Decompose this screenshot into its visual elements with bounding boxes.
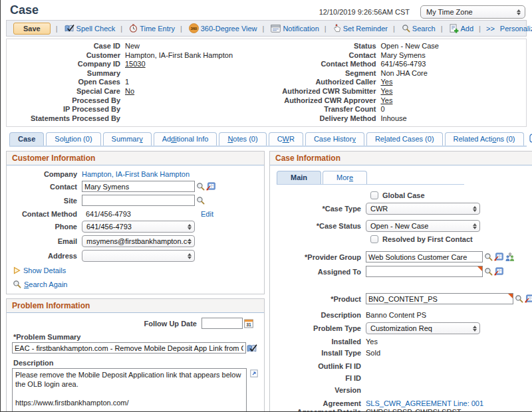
personalize-link[interactable]: Personalize <box>500 25 532 33</box>
email-select[interactable]: msymens@firstbankhampton.cor <box>82 235 195 247</box>
delivery-method-value: Inhouse <box>381 114 407 124</box>
search-icon <box>402 24 410 33</box>
authorized-caller-link[interactable]: Yes <box>381 78 393 87</box>
separator: | <box>263 25 265 33</box>
assigned-to-lookup-icon[interactable] <box>484 267 493 276</box>
spell-check-button[interactable]: Spell Check <box>63 24 116 33</box>
case-status-row: *Case Status Open - New Case <box>275 220 532 232</box>
address-select[interactable] <box>82 250 195 262</box>
timezone-select[interactable]: My Time Zone <box>420 5 525 19</box>
summary-row: Open Cases1 <box>11 78 267 87</box>
time-entry-button[interactable]: Time Entry <box>128 24 175 33</box>
resolved-row: Resolved by First Contact <box>370 235 532 243</box>
tab-related-actions[interactable]: Related Actions (0) <box>445 132 524 146</box>
360-badge-icon: 360 <box>189 23 199 33</box>
tab-case-history[interactable]: Case History <box>305 132 364 146</box>
assigned-to-transfer-icon[interactable] <box>494 267 503 276</box>
svg-text:31: 31 <box>246 322 251 327</box>
summary-row: Authorized CallerYes <box>267 78 523 87</box>
select-arrows-icon <box>473 206 477 212</box>
contact-input[interactable] <box>82 181 195 192</box>
contact-link[interactable]: Mary Symens <box>381 51 426 60</box>
show-details-link[interactable]: Show Details <box>23 266 66 274</box>
authorized-cwr-submitter-link[interactable]: Yes <box>381 87 393 96</box>
global-case-row: Global Case <box>370 191 532 199</box>
customer-link[interactable]: Hampton, IA-First Bank Hampton <box>125 51 233 60</box>
case-id-value: New <box>125 42 140 51</box>
edit-link[interactable]: Edit <box>201 210 213 218</box>
contact-transfer-icon[interactable] <box>206 182 215 191</box>
agreement-link[interactable]: SLS_CWR_AGREEMENT Line: 001 <box>366 399 483 407</box>
phone-select[interactable]: 641/456-4793 <box>82 221 195 233</box>
degree-view-button[interactable]: 360 360-Degree View <box>188 23 257 33</box>
tab-solution[interactable]: Solution (0) <box>46 132 100 146</box>
provider-group-transfer-icon[interactable] <box>494 253 503 261</box>
select-arrows-icon <box>188 253 192 259</box>
product-lookup-icon[interactable] <box>515 294 523 303</box>
subtab-main[interactable]: Main <box>277 171 321 184</box>
global-case-checkbox[interactable] <box>370 191 378 199</box>
follow-up-date-input[interactable] <box>201 318 243 329</box>
search-again-link[interactable]: Search Again <box>24 280 67 288</box>
timezone-value: My Time Zone <box>426 8 473 16</box>
summary-spell-check-icon[interactable] <box>247 344 257 353</box>
site-row: Site <box>12 195 259 206</box>
tab-notes[interactable]: Notes (0) <box>219 132 266 146</box>
resolved-first-contact-checkbox[interactable] <box>370 235 378 243</box>
toolbar-more-link[interactable]: >> <box>486 25 495 33</box>
case-summary-panel: Case IDNew CustomerHampton, IA-First Ban… <box>6 39 527 127</box>
page-title: Case <box>10 3 39 17</box>
notification-button[interactable]: Notification <box>269 25 319 33</box>
show-following-tabs-icon[interactable] <box>529 134 532 143</box>
tab-additional-info[interactable]: Additional Info <box>154 132 217 146</box>
product-input[interactable] <box>366 293 513 304</box>
add-button[interactable]: Add <box>448 24 474 33</box>
description-textarea[interactable]: Please remove the Mobile Deposit Applica… <box>12 368 247 412</box>
case-information-panel: Case Information Main More Global Case *… <box>269 151 532 412</box>
tab-related-cases[interactable]: Related Cases (0) <box>366 132 443 146</box>
problem-type-select[interactable]: Customization Req <box>366 322 480 334</box>
summary-row: Processed By <box>11 96 267 106</box>
tab-summary[interactable]: Summary <box>103 132 152 146</box>
customer-information-header: Customer Information <box>7 152 264 165</box>
reminder-hand-icon <box>333 24 341 33</box>
tab-case[interactable]: Case <box>9 132 44 146</box>
assigned-to-input[interactable] <box>366 266 483 277</box>
status-value: Open - New Case <box>381 42 439 51</box>
case-status-select[interactable]: Open - New Case <box>366 220 480 232</box>
provider-group-lookup-icon[interactable] <box>484 253 493 261</box>
company-link[interactable]: Hampton, IA-First Bank Hampton <box>82 170 190 178</box>
agreement-details-row: Agreement Details CWRSLSRSP, CWRSLSRST <box>275 408 532 412</box>
left-column: Customer Information Company Hampton, IA… <box>6 151 265 412</box>
set-reminder-button[interactable]: Set Reminder <box>332 24 388 33</box>
summary-row: Contact Method641/456-4793 <box>267 60 523 69</box>
provider-group-input[interactable] <box>366 251 483 262</box>
transfer-count-value: 0 <box>381 105 385 114</box>
problem-summary-input[interactable] <box>12 342 246 354</box>
subtab-more[interactable]: More <box>323 171 367 184</box>
calendar-icon[interactable]: 31 <box>244 319 253 328</box>
special-care-link[interactable]: No <box>125 87 134 96</box>
summary-row: ContactMary Symens <box>267 51 523 60</box>
show-details-row: Show Details <box>12 266 259 274</box>
email-row: Email msymens@firstbankhampton.cor <box>12 235 259 247</box>
select-arrows-icon <box>517 9 521 15</box>
site-input[interactable] <box>82 195 195 206</box>
authorized-cwr-approver-link[interactable]: Yes <box>381 96 393 106</box>
phone-row: Phone 641/456-4793 <box>12 221 259 233</box>
tab-bar: Case Solution (0) Summary Additional Inf… <box>9 132 527 147</box>
contact-lookup-icon[interactable] <box>196 182 205 191</box>
company-id-link[interactable]: 15030 <box>125 60 146 69</box>
provider-group-people-icon[interactable] <box>505 253 515 262</box>
segment-value: Non JHA Core <box>381 69 428 78</box>
product-transfer-icon[interactable] <box>525 294 532 303</box>
problem-summary-label: *Problem Summary <box>13 333 259 341</box>
expand-description-icon[interactable] <box>250 369 258 377</box>
save-button[interactable]: Save <box>13 23 51 35</box>
site-lookup-icon[interactable] <box>196 196 205 205</box>
tab-cwr[interactable]: CWR <box>269 132 303 146</box>
install-type-row: Install Type Sold <box>275 349 532 357</box>
problem-information-header: Problem Information <box>7 299 264 313</box>
case-type-select[interactable]: CWR <box>366 203 480 215</box>
search-button[interactable]: Search <box>400 24 436 33</box>
